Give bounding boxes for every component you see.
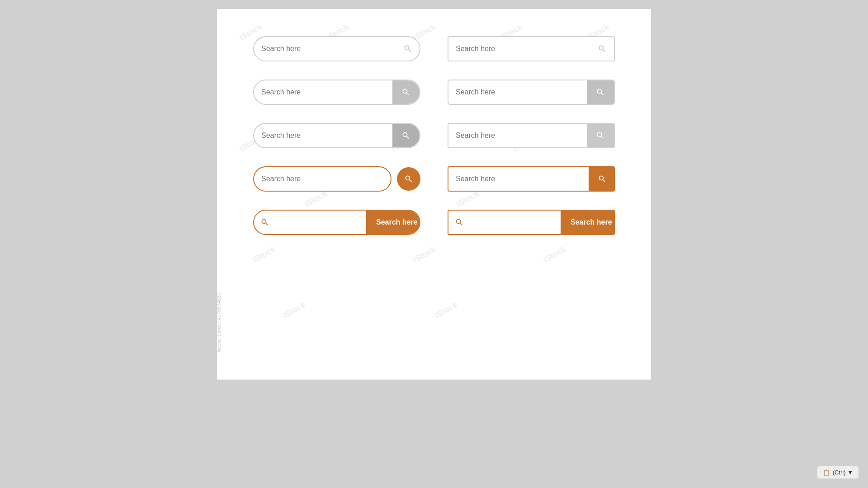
- search-input-wrap-4-right: [448, 166, 590, 192]
- search-text-button-5-left[interactable]: Search here: [366, 211, 420, 234]
- search-icon: [596, 88, 605, 97]
- search-bar-2-right: [448, 80, 615, 105]
- search-icon: [598, 174, 607, 183]
- paste-icon: 📋: [823, 469, 830, 476]
- search-bar-1-left: [253, 36, 420, 61]
- search-input-2-left[interactable]: [254, 88, 392, 96]
- search-input-1-right[interactable]: [456, 45, 598, 53]
- search-bar-5-right: Search here: [448, 210, 615, 235]
- search-bar-4-left: [253, 166, 420, 192]
- search-bar-5-left: Search here: [253, 210, 420, 235]
- search-input-3-right[interactable]: [448, 131, 587, 140]
- search-bar-3-left: [253, 123, 420, 148]
- paste-label: (Ctrl) ▼: [833, 469, 853, 476]
- search-text-button-5-right[interactable]: Search here: [561, 211, 615, 234]
- watermark-text: iStock: [281, 300, 307, 320]
- search-icon: [260, 218, 269, 227]
- watermark-text: iStock: [542, 244, 567, 265]
- search-icon: [598, 44, 607, 53]
- search-icon: [403, 44, 412, 53]
- search-button-2-right[interactable]: [587, 80, 614, 104]
- search-icon: [401, 88, 410, 97]
- search-bar-2-left: [253, 80, 420, 105]
- search-icon-left-5r: [448, 218, 470, 227]
- search-icon: [596, 131, 605, 140]
- search-button-4-right[interactable]: [590, 166, 615, 192]
- search-button-2-left[interactable]: [392, 80, 420, 104]
- search-input-wrap-4-left: [253, 166, 392, 192]
- watermark-text: iStock: [433, 300, 459, 320]
- search-input-4-left[interactable]: [261, 175, 383, 183]
- search-button-4-left[interactable]: [397, 167, 420, 191]
- search-input-1-left[interactable]: [261, 45, 403, 53]
- search-bar-3-right: [448, 123, 615, 148]
- search-input-2-right[interactable]: [448, 88, 587, 96]
- search-button-1-left[interactable]: [403, 44, 412, 53]
- search-input-5-right[interactable]: [470, 218, 561, 226]
- vertical-watermark: Adobe Stock | #176674530: [216, 292, 222, 352]
- search-bar-4-right: [448, 166, 615, 192]
- search-button-3-right[interactable]: [587, 124, 614, 147]
- watermark-text: iStock: [411, 244, 437, 265]
- content-area: Search here Search here: [253, 36, 615, 235]
- search-icon: [401, 131, 410, 140]
- main-card: iStock iStock iStock iStock iStock iStoc…: [217, 9, 651, 380]
- search-bar-1-right: [448, 36, 615, 61]
- search-icon: [404, 174, 413, 183]
- search-input-4-right[interactable]: [456, 175, 581, 183]
- search-input-3-left[interactable]: [254, 131, 392, 140]
- search-button-3-left[interactable]: [392, 124, 420, 147]
- search-input-5-left[interactable]: [276, 218, 366, 226]
- search-icon-left-5: [254, 218, 276, 227]
- paste-indicator[interactable]: 📋 (Ctrl) ▼: [817, 466, 859, 479]
- watermark-text: iStock: [251, 244, 277, 265]
- search-grid: Search here Search here: [253, 36, 615, 235]
- search-button-1-right[interactable]: [598, 44, 607, 53]
- search-icon: [455, 218, 464, 227]
